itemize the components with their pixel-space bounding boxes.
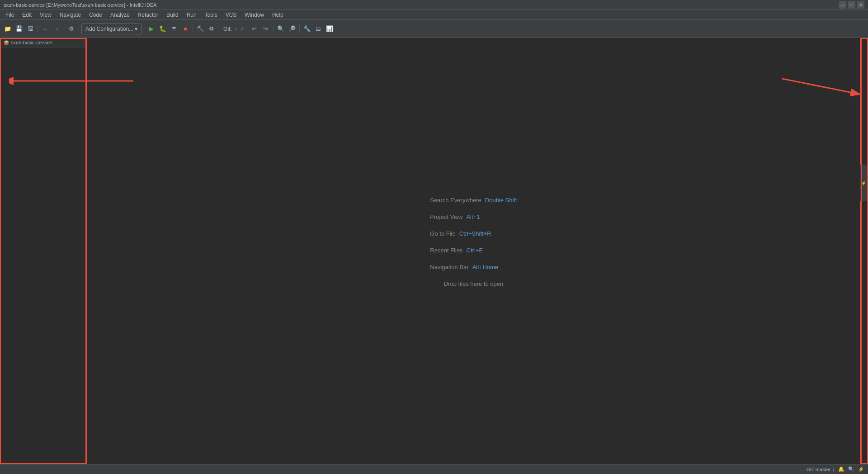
tool3-button[interactable]: 📊 bbox=[325, 24, 335, 34]
shortcut-key: Alt+Home bbox=[472, 264, 498, 270]
menu-build[interactable]: Build bbox=[163, 11, 182, 19]
undo-button[interactable]: ↩ bbox=[250, 24, 259, 34]
toolbar-separator-9 bbox=[299, 25, 300, 33]
save-all-button[interactable]: 🖫 bbox=[25, 24, 35, 34]
run-button[interactable]: ▶ bbox=[146, 24, 156, 34]
tool2-button[interactable]: 🗂 bbox=[313, 24, 323, 34]
add-config-arrow: ▾ bbox=[135, 26, 137, 32]
git-status: Git: master ↑ bbox=[807, 467, 835, 472]
shortcut-key: Ctrl+Shift+R bbox=[459, 230, 491, 237]
add-configuration-button[interactable]: Add Configuration... ▾ bbox=[81, 24, 142, 34]
menu-window[interactable]: Window bbox=[241, 11, 268, 19]
menu-edit[interactable]: Edit bbox=[19, 11, 35, 19]
status-icon-power[interactable]: ⚡ bbox=[858, 466, 864, 472]
project-icon: 📦 bbox=[4, 40, 9, 45]
menu-refactor[interactable]: Refactor bbox=[134, 11, 162, 19]
tool1-button[interactable]: 🔧 bbox=[302, 24, 312, 34]
minimize-button[interactable]: — bbox=[839, 1, 846, 9]
toolbar-separator-7 bbox=[247, 25, 247, 33]
redo-button[interactable]: ↪ bbox=[261, 24, 271, 34]
menu-vcs[interactable]: VCS bbox=[222, 11, 241, 19]
shortcut-label: Navigation Bar bbox=[430, 264, 468, 270]
back-button[interactable]: ← bbox=[40, 24, 50, 34]
status-bar: Git: master ↑ 🔔 🔍 ⚡ bbox=[0, 464, 868, 474]
git-section: Git: ✓ ✓ bbox=[223, 26, 245, 32]
shortcut-row: Go to FileCtrl+Shift+R bbox=[430, 230, 517, 237]
shortcuts-panel: Search EverywhereDouble ShiftProject Vie… bbox=[430, 197, 517, 270]
menu-code[interactable]: Code bbox=[85, 11, 106, 19]
status-right: Git: master ↑ 🔔 🔍 ⚡ bbox=[807, 466, 864, 472]
project-name: sxuh-basic-service bbox=[11, 40, 52, 45]
build-button[interactable]: 🔨 bbox=[195, 24, 205, 34]
save-button[interactable]: 💾 bbox=[14, 24, 24, 34]
window-title: sxuh-basic-service [E:\Mywork\Test\sxuh-… bbox=[4, 2, 157, 8]
settings-button[interactable]: ⚙ bbox=[66, 24, 76, 34]
drop-files-text: Drop files here to open bbox=[444, 280, 504, 287]
rebuild-button[interactable]: ♻ bbox=[207, 24, 217, 34]
right-sidebar-highlight bbox=[861, 38, 868, 464]
menu-bar: File Edit View Navigate Code Analyze Ref… bbox=[0, 10, 868, 20]
menu-view[interactable]: View bbox=[36, 11, 55, 19]
toolbar-separator-4 bbox=[144, 25, 144, 33]
stop-button[interactable]: ■ bbox=[180, 24, 190, 34]
open-folder-button[interactable]: 📁 bbox=[3, 24, 13, 34]
toolbar-separator-1 bbox=[38, 25, 38, 33]
shortcut-label: Project View bbox=[430, 213, 462, 220]
right-sidebar-icon: ⚡ bbox=[862, 180, 866, 185]
shortcut-row: Search EverywhereDouble Shift bbox=[430, 197, 517, 204]
shortcut-label: Search Everywhere bbox=[430, 197, 481, 204]
git-checkmark1: ✓ bbox=[234, 26, 238, 32]
forward-button[interactable]: → bbox=[52, 24, 61, 34]
git-label: Git: bbox=[223, 26, 232, 32]
menu-analyze[interactable]: Analyze bbox=[107, 11, 133, 19]
toolbar-separator-6 bbox=[219, 25, 219, 33]
right-sidebar-tab: ⚡ bbox=[860, 165, 868, 201]
main-content: Search EverywhereDouble ShiftProject Vie… bbox=[87, 38, 860, 464]
maximize-button[interactable]: □ bbox=[848, 1, 855, 9]
menu-file[interactable]: File bbox=[2, 11, 18, 19]
debug-button[interactable]: 🐛 bbox=[158, 24, 168, 34]
search-button[interactable]: 🔍 bbox=[276, 24, 286, 34]
git-checkmark2: ✓ bbox=[240, 26, 245, 32]
add-config-label: Add Configuration... bbox=[85, 26, 133, 32]
shortcut-row: Navigation BarAlt+Home bbox=[430, 264, 517, 270]
toolbar: 📁 💾 🖫 ← → ⚙ Add Configuration... ▾ ▶ 🐛 ☂… bbox=[0, 20, 868, 38]
left-sidebar-highlight bbox=[0, 38, 86, 464]
shortcut-key: Ctrl+E bbox=[467, 247, 483, 254]
menu-run[interactable]: Run bbox=[183, 11, 200, 19]
window-controls: — □ ✕ bbox=[839, 1, 864, 9]
shortcut-label: Go to File bbox=[430, 230, 455, 237]
menu-help[interactable]: Help bbox=[269, 11, 287, 19]
shortcut-key: Double Shift bbox=[485, 197, 517, 204]
close-button[interactable]: ✕ bbox=[857, 1, 864, 9]
right-sidebar: ⚡ bbox=[860, 38, 868, 464]
status-icon-notifications[interactable]: 🔔 bbox=[838, 466, 844, 472]
toolbar-separator-3 bbox=[79, 25, 79, 33]
shortcut-key: Alt+1 bbox=[466, 213, 480, 220]
find-usages-button[interactable]: 🔎 bbox=[287, 24, 297, 34]
status-icon-search[interactable]: 🔍 bbox=[848, 466, 854, 472]
shortcut-label: Recent Files bbox=[430, 247, 462, 254]
toolbar-separator-5 bbox=[193, 25, 193, 33]
shortcut-row: Project ViewAlt+1 bbox=[430, 213, 517, 220]
title-bar: sxuh-basic-service [E:\Mywork\Test\sxuh-… bbox=[0, 0, 868, 10]
coverage-button[interactable]: ☂ bbox=[169, 24, 179, 34]
shortcut-row: Recent FilesCtrl+E bbox=[430, 247, 517, 254]
menu-navigate[interactable]: Navigate bbox=[56, 11, 85, 19]
project-label: 📦 sxuh-basic-service bbox=[0, 38, 86, 47]
menu-tools[interactable]: Tools bbox=[201, 11, 221, 19]
toolbar-separator-8 bbox=[273, 25, 274, 33]
main-layout: 📦 sxuh-basic-service Search EverywhereDo… bbox=[0, 38, 868, 464]
left-sidebar: 📦 sxuh-basic-service bbox=[0, 38, 87, 464]
toolbar-separator-2 bbox=[64, 25, 64, 33]
